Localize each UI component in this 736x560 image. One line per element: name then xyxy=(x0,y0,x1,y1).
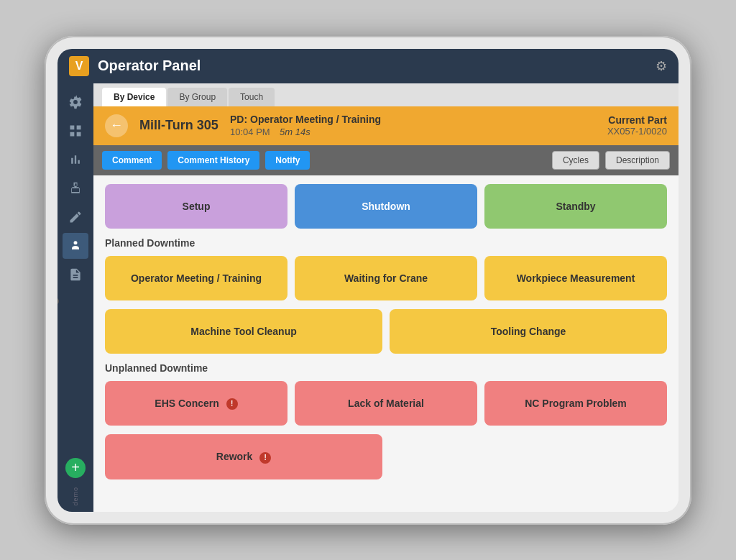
planned-downtime-label: Planned Downtime xyxy=(105,237,667,249)
tab-touch[interactable]: Touch xyxy=(229,88,275,106)
settings-icon[interactable]: ⚙ xyxy=(656,58,667,74)
demo-label: demo xyxy=(72,487,79,506)
rework-button[interactable]: Rework ! xyxy=(105,434,382,479)
action-bar: Comment Comment History Notify Cycles De… xyxy=(93,145,678,175)
tabs-bar: By Device By Group Touch xyxy=(93,83,678,106)
top-buttons-grid: Setup Shutdown Standby xyxy=(105,184,667,229)
sidebar-item-chart[interactable] xyxy=(63,147,88,173)
sidebar-dot xyxy=(58,298,59,305)
part-value: XX057-1/0020 xyxy=(607,126,667,137)
main-panel: Setup Shutdown Standby Planned Downtime … xyxy=(93,175,678,512)
header: V Operator Panel ⚙ xyxy=(58,49,678,83)
waiting-for-crane-button[interactable]: Waiting for Crane xyxy=(295,256,477,300)
sidebar-item-settings[interactable] xyxy=(63,89,88,115)
sidebar-item-machine[interactable] xyxy=(63,175,88,201)
unplanned-downtime-label: Unplanned Downtime xyxy=(105,362,667,374)
planned-downtime-bottom-grid: Machine Tool Cleanup Tooling Change xyxy=(105,309,667,354)
sidebar: + demo xyxy=(58,83,93,512)
sidebar-item-grid[interactable] xyxy=(63,118,88,144)
machine-banner: ← Mill-Turn 305 PD: Operator Meeting / T… xyxy=(93,106,678,145)
main-layout: + demo By Device By Group Touch ← Mill-T… xyxy=(58,83,678,512)
ehs-warn-badge: ! xyxy=(226,398,238,410)
machine-tool-cleanup-button[interactable]: Machine Tool Cleanup xyxy=(105,309,382,354)
sidebar-item-edit[interactable] xyxy=(63,204,88,230)
notify-button[interactable]: Notify xyxy=(265,151,310,170)
setup-button[interactable]: Setup xyxy=(105,184,288,229)
tab-by-device[interactable]: By Device xyxy=(102,88,166,106)
lack-of-material-button[interactable]: Lack of Material xyxy=(295,381,477,426)
standby-button[interactable]: Standby xyxy=(484,184,667,229)
status-label: PD: Operator Meeting / Training xyxy=(230,114,596,125)
tablet-frame: V Operator Panel ⚙ xyxy=(45,36,691,525)
sidebar-item-operator[interactable] xyxy=(63,233,88,259)
unplanned-downtime-bottom-grid: Rework ! xyxy=(105,434,667,479)
tablet-screen: V Operator Panel ⚙ xyxy=(58,49,678,512)
ehs-concern-button[interactable]: EHS Concern ! xyxy=(105,381,288,426)
tab-by-group[interactable]: By Group xyxy=(167,88,227,106)
sidebar-item-docs[interactable] xyxy=(63,262,88,288)
part-label: Current Part xyxy=(607,114,667,126)
workpiece-measurement-button[interactable]: Workpiece Measurement xyxy=(484,256,667,300)
unplanned-downtime-top-grid: EHS Concern ! Lack of Material NC Progra… xyxy=(105,381,667,426)
planned-downtime-top-grid: Operator Meeting / Training Waiting for … xyxy=(105,256,667,300)
status-time: 10:04 PM xyxy=(230,127,270,137)
machine-name: Mill-Turn 305 xyxy=(139,118,218,133)
rework-warn-badge: ! xyxy=(259,452,271,464)
tooling-change-button[interactable]: Tooling Change xyxy=(390,309,667,354)
part-info: Current Part XX057-1/0020 xyxy=(607,114,667,137)
cycles-button[interactable]: Cycles xyxy=(552,151,599,170)
status-duration: 5m 14s xyxy=(280,127,310,137)
description-button[interactable]: Description xyxy=(605,151,670,170)
status-info: PD: Operator Meeting / Training 10:04 PM… xyxy=(230,114,596,138)
comment-button[interactable]: Comment xyxy=(102,151,162,170)
shutdown-button[interactable]: Shutdown xyxy=(295,184,477,229)
page-title: Operator Panel xyxy=(98,58,656,74)
add-button[interactable]: + xyxy=(65,458,86,478)
nc-program-problem-button[interactable]: NC Program Problem xyxy=(484,381,667,426)
back-button[interactable]: ← xyxy=(105,114,128,137)
operator-meeting-button[interactable]: Operator Meeting / Training xyxy=(105,256,288,300)
comment-history-button[interactable]: Comment History xyxy=(167,151,259,170)
app-logo: V xyxy=(69,56,89,76)
content-area: By Device By Group Touch ← Mill-Turn 305… xyxy=(93,83,678,512)
